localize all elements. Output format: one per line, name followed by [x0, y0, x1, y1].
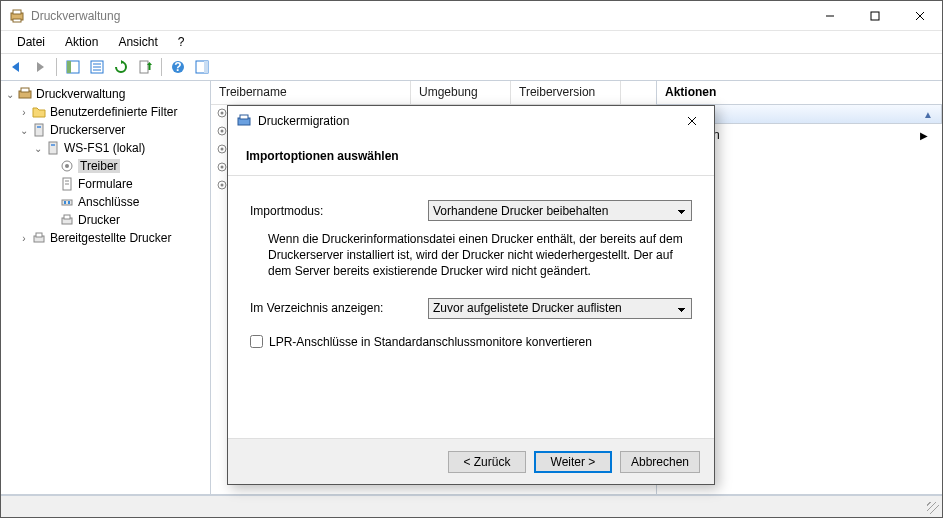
svg-point-40 [221, 130, 224, 133]
menu-help[interactable]: ? [170, 33, 193, 51]
expander-icon[interactable]: › [17, 107, 31, 118]
tree-label: Druckverwaltung [36, 87, 125, 101]
minimize-button[interactable] [807, 1, 852, 30]
tree-custom-filters[interactable]: › Benutzerdefinierte Filter [3, 103, 208, 121]
svg-rect-30 [62, 200, 72, 205]
port-icon [59, 194, 75, 210]
column-headers: Treibername Umgebung Treiberversion [211, 81, 656, 105]
tree-label: Drucker [78, 213, 120, 227]
lpr-convert-checkbox[interactable] [250, 335, 263, 348]
import-mode-description: Wenn die Druckerinformationsdatei einen … [250, 229, 692, 298]
printmgmt-icon [17, 86, 33, 102]
menubar: Datei Aktion Ansicht ? [1, 31, 942, 53]
next-button[interactable]: Weiter > [534, 451, 612, 473]
dialog-body: Importmodus: Vorhandene Drucker beibehal… [228, 176, 714, 438]
server-local-icon [45, 140, 61, 156]
close-button[interactable] [897, 1, 942, 30]
svg-rect-4 [871, 12, 879, 20]
expander-icon[interactable]: ⌄ [3, 89, 17, 100]
svg-rect-18 [204, 61, 208, 73]
tree-root[interactable]: ⌄ Druckverwaltung [3, 85, 208, 103]
svg-rect-48 [240, 115, 248, 119]
svg-rect-34 [64, 215, 70, 219]
tree-forms[interactable]: Formulare [3, 175, 208, 193]
svg-point-42 [221, 148, 224, 151]
tree-drivers[interactable]: Treiber [3, 157, 208, 175]
cancel-button[interactable]: Abbrechen [620, 451, 700, 473]
menu-action[interactable]: Aktion [57, 33, 106, 51]
svg-rect-36 [36, 233, 42, 237]
maximize-button[interactable] [852, 1, 897, 30]
dialog-titlebar: Druckermigration [228, 106, 714, 136]
svg-rect-22 [37, 126, 41, 128]
tree-label: WS-FS1 (lokal) [64, 141, 145, 155]
tree-label: Benutzerdefinierte Filter [50, 105, 177, 119]
form-icon [59, 176, 75, 192]
svg-rect-2 [13, 19, 21, 22]
tree-label: Anschlüsse [78, 195, 139, 209]
printer-migration-icon [236, 113, 252, 129]
svg-point-26 [65, 164, 69, 168]
expander-icon[interactable]: ⌄ [17, 125, 31, 136]
back-icon[interactable] [5, 56, 27, 78]
svg-point-38 [221, 112, 224, 115]
svg-rect-13 [140, 61, 148, 73]
export-list-icon[interactable] [134, 56, 156, 78]
tree-server[interactable]: ⌄ WS-FS1 (lokal) [3, 139, 208, 157]
import-mode-label: Importmodus: [250, 204, 428, 218]
chevron-right-icon: ▶ [920, 130, 928, 141]
svg-rect-21 [35, 124, 43, 136]
tree-ports[interactable]: Anschlüsse [3, 193, 208, 211]
menu-view[interactable]: Ansicht [110, 33, 165, 51]
tree-label: Treiber [78, 159, 120, 173]
tree-pane[interactable]: ⌄ Druckverwaltung › Benutzerdefinierte F… [1, 81, 211, 494]
toolbar: ? [1, 53, 942, 81]
svg-rect-32 [68, 201, 70, 204]
tree-printers[interactable]: Drucker [3, 211, 208, 229]
printer-icon [59, 212, 75, 228]
refresh-icon[interactable] [110, 56, 132, 78]
tree-deployed-printers[interactable]: › Bereitgestellte Drucker [3, 229, 208, 247]
forward-icon[interactable] [29, 56, 51, 78]
server-icon [31, 122, 47, 138]
show-hide-action-pane-icon[interactable] [191, 56, 213, 78]
tree-print-servers[interactable]: ⌄ Druckerserver [3, 121, 208, 139]
collapse-up-icon: ▲ [923, 109, 933, 120]
app-icon [9, 8, 25, 24]
dialog-close-button[interactable] [670, 106, 714, 136]
expander-icon[interactable]: ⌄ [31, 143, 45, 154]
column-environment[interactable]: Umgebung [411, 81, 511, 104]
printer-migration-dialog: Druckermigration Importoptionen auswähle… [227, 105, 715, 485]
actions-header: Aktionen [657, 81, 942, 105]
show-hide-tree-icon[interactable] [62, 56, 84, 78]
lpr-convert-label: LPR-Anschlüsse in Standardanschlussmonit… [269, 335, 592, 349]
svg-rect-1 [13, 10, 21, 14]
dialog-heading: Importoptionen auswählen [228, 136, 714, 176]
properties-icon[interactable] [86, 56, 108, 78]
expander-icon[interactable]: › [17, 233, 31, 244]
tree-label: Bereitgestellte Drucker [50, 231, 171, 245]
svg-rect-20 [21, 88, 29, 92]
statusbar [1, 495, 942, 517]
dialog-footer: < Zurück Weiter > Abbrechen [228, 438, 714, 484]
import-mode-select[interactable]: Vorhandene Drucker beibehalten [428, 200, 692, 221]
svg-text:?: ? [174, 60, 181, 74]
svg-point-46 [221, 184, 224, 187]
help-icon[interactable]: ? [167, 56, 189, 78]
svg-rect-31 [64, 201, 66, 204]
column-driver-name[interactable]: Treibername [211, 81, 411, 104]
back-button[interactable]: < Zurück [448, 451, 526, 473]
menu-file[interactable]: Datei [9, 33, 53, 51]
directory-select[interactable]: Zuvor aufgelistete Drucker auflisten [428, 298, 692, 319]
window-title: Druckverwaltung [31, 9, 120, 23]
folder-filter-icon [31, 104, 47, 120]
svg-point-44 [221, 166, 224, 169]
tree-label: Formulare [78, 177, 133, 191]
column-driver-version[interactable]: Treiberversion [511, 81, 621, 104]
driver-icon [59, 158, 75, 174]
main-window: Druckverwaltung Datei Aktion Ansicht ? ?… [0, 0, 943, 518]
svg-rect-8 [67, 61, 71, 73]
titlebar: Druckverwaltung [1, 1, 942, 31]
svg-rect-23 [49, 142, 57, 154]
tree-label: Druckerserver [50, 123, 125, 137]
